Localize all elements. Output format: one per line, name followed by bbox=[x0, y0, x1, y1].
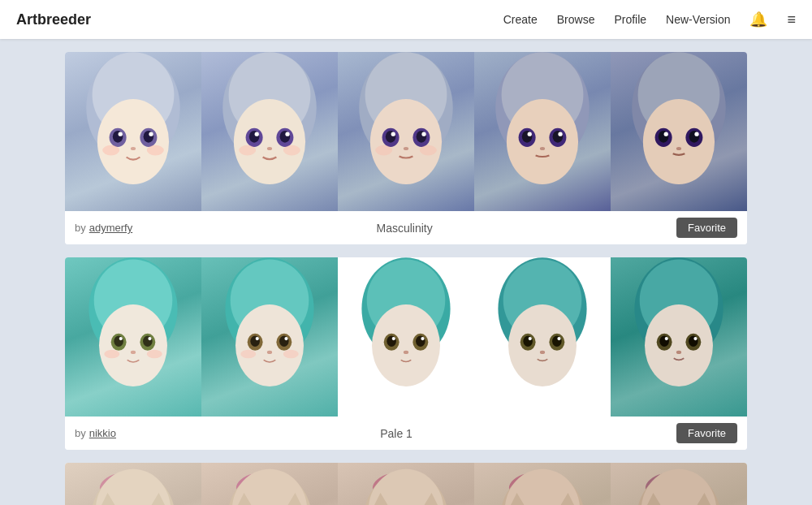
card-title-2: Pale 1 bbox=[116, 427, 676, 440]
svg-point-14 bbox=[234, 99, 305, 184]
strip-item[interactable] bbox=[65, 257, 201, 417]
main-content: by adymerfy Masculinity Favorite bbox=[0, 39, 812, 505]
favorite-button-2[interactable]: Favorite bbox=[676, 423, 737, 443]
strip-item[interactable] bbox=[65, 463, 201, 505]
anime-face-panel bbox=[611, 52, 747, 211]
username-1[interactable]: adymerfy bbox=[89, 222, 132, 234]
svg-point-44 bbox=[558, 132, 562, 136]
username-2[interactable]: nikkio bbox=[89, 427, 116, 439]
svg-point-23 bbox=[283, 145, 300, 156]
svg-point-106 bbox=[689, 335, 698, 347]
favorite-button-1[interactable]: Favorite bbox=[676, 218, 737, 238]
svg-point-58 bbox=[99, 304, 167, 386]
svg-point-45 bbox=[540, 147, 545, 150]
anime-face-panel bbox=[338, 257, 474, 417]
anime-face-panel bbox=[201, 52, 338, 211]
svg-point-62 bbox=[143, 335, 153, 347]
svg-point-10 bbox=[102, 145, 119, 156]
svg-point-105 bbox=[659, 335, 669, 347]
strip-item[interactable] bbox=[474, 52, 611, 211]
strip-item[interactable] bbox=[611, 257, 747, 417]
svg-point-67 bbox=[147, 350, 162, 359]
strip-item[interactable] bbox=[338, 257, 474, 417]
anime-face-panel bbox=[338, 463, 474, 505]
anime-face-panel bbox=[65, 257, 201, 417]
svg-point-102 bbox=[645, 304, 713, 386]
svg-point-95 bbox=[523, 335, 533, 347]
svg-point-108 bbox=[693, 337, 697, 340]
strip-item[interactable] bbox=[474, 257, 611, 417]
anime-face-panel bbox=[611, 257, 747, 417]
svg-point-99 bbox=[540, 351, 545, 354]
anime-face-panel bbox=[65, 463, 201, 505]
svg-point-34 bbox=[375, 145, 392, 156]
svg-point-74 bbox=[279, 335, 289, 347]
svg-point-63 bbox=[119, 337, 123, 340]
card-masculinity: by adymerfy Masculinity Favorite bbox=[65, 52, 747, 244]
menu-icon[interactable]: ≡ bbox=[787, 11, 796, 28]
svg-point-26 bbox=[370, 99, 442, 184]
svg-point-7 bbox=[119, 132, 123, 136]
svg-point-19 bbox=[255, 132, 259, 136]
svg-point-73 bbox=[250, 335, 260, 347]
svg-point-66 bbox=[104, 350, 119, 359]
by-label-2: by bbox=[75, 427, 86, 439]
svg-point-64 bbox=[148, 337, 151, 340]
svg-point-20 bbox=[285, 132, 289, 136]
anime-face-panel bbox=[474, 52, 611, 211]
nav-profile[interactable]: Profile bbox=[614, 13, 646, 26]
svg-point-76 bbox=[284, 337, 287, 340]
anime-face-panel bbox=[65, 52, 201, 211]
strip-item[interactable] bbox=[201, 52, 338, 211]
anime-face-panel bbox=[201, 463, 338, 505]
anime-face-panel bbox=[611, 463, 747, 505]
svg-point-22 bbox=[239, 145, 256, 156]
svg-point-8 bbox=[149, 132, 153, 136]
nav-links: Create Browse Profile New-Version 🔔 ≡ bbox=[503, 11, 796, 28]
card-meta-1: by adymerfy Masculinity Favorite bbox=[65, 211, 747, 244]
svg-point-78 bbox=[240, 350, 256, 359]
image-strip-3 bbox=[65, 463, 747, 505]
nav-browse[interactable]: Browse bbox=[557, 13, 595, 26]
anime-face-panel bbox=[338, 52, 474, 211]
anime-face-panel bbox=[201, 257, 338, 417]
svg-point-88 bbox=[421, 337, 424, 340]
svg-point-109 bbox=[676, 351, 681, 354]
strip-item[interactable] bbox=[201, 257, 338, 417]
by-label-1: by bbox=[75, 222, 86, 234]
image-strip-1 bbox=[65, 52, 747, 211]
svg-point-92 bbox=[508, 304, 577, 386]
strip-item[interactable] bbox=[611, 52, 747, 211]
svg-point-9 bbox=[131, 147, 136, 150]
strip-item[interactable] bbox=[338, 463, 474, 505]
strip-item[interactable] bbox=[338, 52, 474, 211]
svg-point-33 bbox=[404, 147, 408, 150]
svg-point-31 bbox=[391, 132, 395, 136]
svg-point-43 bbox=[528, 132, 532, 136]
svg-point-79 bbox=[283, 350, 299, 359]
card-eat: by kanji_prizma Eat Favorite bbox=[65, 463, 747, 505]
svg-point-98 bbox=[557, 337, 560, 340]
anime-face-panel bbox=[474, 463, 611, 505]
svg-point-2 bbox=[97, 99, 169, 184]
nav-create[interactable]: Create bbox=[503, 13, 538, 26]
svg-point-70 bbox=[235, 304, 304, 386]
card-title-1: Masculinity bbox=[132, 222, 676, 235]
svg-point-11 bbox=[147, 145, 164, 156]
svg-point-38 bbox=[507, 99, 578, 184]
svg-point-48 bbox=[643, 99, 715, 184]
nav-new-version[interactable]: New-Version bbox=[666, 13, 730, 26]
strip-item[interactable] bbox=[201, 463, 338, 505]
svg-point-77 bbox=[267, 351, 272, 354]
navbar: Artbreeder Create Browse Profile New-Ver… bbox=[0, 0, 812, 39]
strip-item[interactable] bbox=[611, 463, 747, 505]
strip-item[interactable] bbox=[474, 463, 611, 505]
bell-icon[interactable]: 🔔 bbox=[749, 11, 767, 28]
svg-point-21 bbox=[267, 147, 272, 150]
svg-point-85 bbox=[387, 335, 396, 347]
logo[interactable]: Artbreeder bbox=[16, 11, 503, 28]
svg-point-89 bbox=[404, 351, 408, 354]
strip-item[interactable] bbox=[65, 52, 201, 211]
svg-point-55 bbox=[676, 147, 681, 150]
svg-point-35 bbox=[420, 145, 437, 156]
